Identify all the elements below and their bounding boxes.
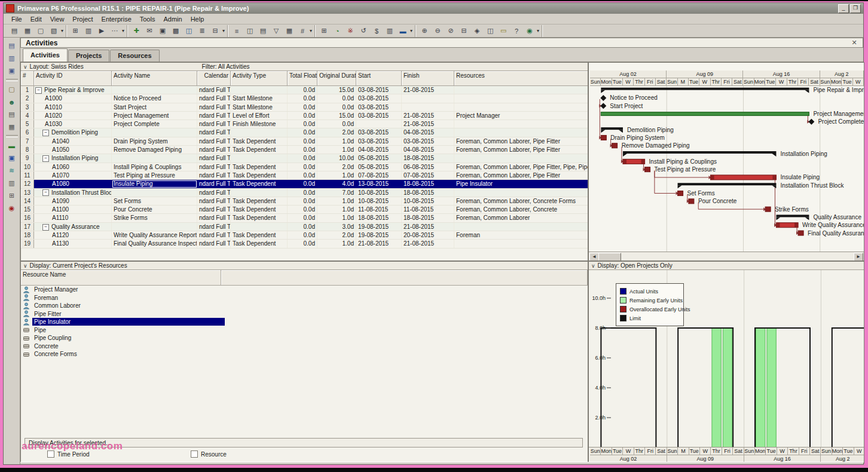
table-row[interactable]: 10A1060Install Piping & Couplingsndard F… — [21, 163, 588, 171]
restore-button[interactable]: ❐ — [850, 4, 861, 13]
projects-view-icon[interactable]: ▤ — [5, 40, 18, 51]
risks-view-icon[interactable]: ▥ — [5, 177, 18, 189]
column-header-original-duration[interactable]: Original Duration — [317, 71, 356, 86]
column-header-activity-id[interactable]: Activity ID — [34, 71, 112, 86]
table-row[interactable]: 11A1070Test Piping at Pressurendard Full… — [21, 171, 588, 180]
milestone-icon[interactable] — [600, 103, 606, 109]
menu-item-project[interactable]: Project — [68, 15, 97, 23]
table-row[interactable]: 9−Installation Pipingndard Full Time0.0d… — [21, 154, 588, 163]
table-row[interactable]: 1−Pipe Repair & Improvendard Full Time0.… — [21, 86, 588, 94]
publish-icon[interactable]: ▧ — [47, 25, 60, 37]
gantt-hscrollbar[interactable]: ◄ ► — [589, 252, 864, 260]
gantt-summary-bar[interactable] — [601, 127, 623, 130]
collapse-icon[interactable]: − — [35, 87, 42, 94]
gantt-task-bar[interactable] — [711, 175, 777, 180]
dropdown-arrow-icon[interactable]: ▾ — [410, 28, 412, 33]
column-header-activity-name[interactable]: Activity Name — [112, 71, 197, 86]
split-vertical-icon[interactable]: ◫ — [484, 25, 497, 37]
table-row[interactable]: 4A1020Project Managementndard Full TimeL… — [21, 112, 588, 120]
dropdown-arrow-icon[interactable]: ▾ — [310, 28, 312, 33]
scroll-right-icon[interactable]: ► — [854, 253, 863, 261]
reports-icon[interactable]: ▥ — [383, 25, 396, 37]
histogram-display-bar[interactable]: ∨ Display: Open Projects Only — [589, 262, 864, 270]
table-row[interactable]: 3A1010Start Projectndard Full TimeStart … — [21, 103, 588, 112]
spreadsheet-icon[interactable]: ⊞ — [317, 25, 331, 37]
notes-icon[interactable]: ▭ — [497, 25, 510, 37]
resource-row[interactable]: Pipe Insulator — [21, 318, 588, 326]
column-header-calendar[interactable]: Calendar — [197, 71, 231, 86]
table-row[interactable]: 8A1050Remove Damaged Pipingndard Full Ti… — [21, 146, 588, 154]
zoom-in-icon[interactable]: ⊕ — [418, 25, 431, 37]
page-setup-icon[interactable]: ▢ — [34, 25, 47, 37]
summarize-icon[interactable]: ⊟ — [209, 25, 222, 37]
calculator-view-icon[interactable]: ⊞ — [5, 190, 18, 201]
table-row[interactable]: 7A1040Drain Piping Systemndard Full Time… — [21, 137, 588, 146]
table-row[interactable]: 13−Installation Thrust Blockndard Full T… — [21, 189, 588, 197]
menu-item-view[interactable]: View — [46, 15, 69, 23]
menu-item-enterprise[interactable]: Enterprise — [97, 15, 136, 23]
assignments-view-icon[interactable]: ▤ — [5, 109, 18, 120]
tab-activities[interactable]: Activities — [23, 48, 68, 62]
menu-item-file[interactable]: File — [7, 15, 26, 23]
minimize-button[interactable]: _ — [838, 4, 849, 13]
refresh-icon[interactable]: ↺ — [357, 25, 370, 37]
costs-icon[interactable]: $ — [370, 25, 383, 37]
checkbox-icon[interactable] — [191, 450, 198, 458]
wbs-view-icon[interactable]: ▢ — [5, 84, 18, 95]
gantt-task-bar[interactable] — [765, 207, 771, 212]
table-row[interactable]: 17−Quality Assurancendard Full Time0.0d3… — [21, 223, 588, 231]
zoom-out-icon[interactable]: ⊖ — [431, 25, 444, 37]
resource-row[interactable]: Foreman — [21, 294, 588, 302]
gantt-summary-bar[interactable] — [601, 88, 809, 90]
column-header-resources[interactable]: Resources — [454, 71, 588, 86]
layouts-icon[interactable]: ▤ — [256, 25, 270, 37]
gantt-summary-bar[interactable] — [678, 183, 777, 185]
activity-table-icon[interactable]: ⊞ — [69, 25, 82, 37]
pages-icon[interactable]: ▦ — [283, 25, 296, 37]
column-header-start[interactable]: Start — [356, 71, 402, 86]
resource-row[interactable]: Pipe Coupling — [21, 334, 588, 342]
resource-name-column-header[interactable]: Resource Name — [21, 270, 221, 286]
table-row[interactable]: 19A1130Final Quality Assurance Inspectio… — [21, 240, 588, 248]
gantt-summary-bar[interactable] — [623, 151, 776, 154]
milestone-icon[interactable] — [808, 119, 814, 125]
table-row[interactable]: 15A1100Pour Concretendard Full TimeTask … — [21, 206, 588, 214]
columns-icon[interactable]: ◫ — [243, 25, 256, 37]
resource-row[interactable]: Pipe — [21, 326, 588, 335]
table-row[interactable]: 2A1000Notice to Proceedndard Full TimeSt… — [21, 94, 588, 103]
trace-logic-icon[interactable]: ▶ — [95, 25, 108, 37]
dropdown-arrow-icon[interactable]: ▾ — [122, 28, 124, 33]
copy-icon[interactable]: ▣ — [156, 25, 169, 37]
dropdown-arrow-icon[interactable]: ▾ — [222, 28, 225, 33]
fill-down-icon[interactable]: ◫ — [182, 25, 195, 37]
checkbox-resource[interactable]: Resource — [191, 450, 227, 458]
gantt-task-bar[interactable] — [612, 143, 618, 148]
menu-item-help[interactable]: Help — [187, 15, 209, 23]
table-row[interactable]: 5A1030Project Completendard Full TimeFin… — [21, 120, 588, 128]
activities-view-icon[interactable]: ☻ — [5, 96, 18, 108]
gantt-task-bar[interactable] — [678, 191, 683, 196]
menu-item-tools[interactable]: Tools — [136, 15, 160, 23]
column-header-total-float[interactable]: Total Float — [288, 71, 317, 86]
scroll-left-icon[interactable]: ◄ — [589, 253, 599, 261]
dropdown-arrow-icon[interactable]: ▾ — [61, 28, 63, 33]
menu-item-edit[interactable]: Edit — [26, 15, 46, 23]
resources-display-bar[interactable]: ∨ Display: Current Project's Resources — [21, 262, 588, 270]
gantt-loe-bar[interactable] — [601, 112, 809, 116]
resource-row[interactable]: Pipe Fitter — [21, 310, 588, 318]
focus-icon[interactable]: ◈ — [470, 25, 484, 37]
tab-resources[interactable]: Resources — [110, 50, 159, 62]
resource-row[interactable]: Concrete Forms — [21, 350, 588, 358]
mail-icon[interactable]: ✉ — [143, 25, 156, 37]
reports-view-icon[interactable]: ▣ — [5, 65, 18, 76]
issues-view-icon[interactable]: ≋ — [5, 165, 18, 176]
time-status-icon[interactable]: ◔ — [331, 25, 344, 37]
resources-view-icon[interactable]: ▥ — [5, 53, 18, 64]
online-help-icon[interactable]: ◉ — [523, 25, 536, 37]
close-icon[interactable]: ✕ — [849, 39, 859, 47]
column-header-finish[interactable]: Finish — [402, 71, 454, 86]
thresholds-view-icon[interactable]: ▣ — [5, 152, 18, 164]
gantt-task-bar[interactable] — [798, 231, 803, 235]
print-preview-icon[interactable]: ▤ — [8, 25, 21, 37]
more-options-icon[interactable]: ⋯ — [108, 25, 121, 37]
